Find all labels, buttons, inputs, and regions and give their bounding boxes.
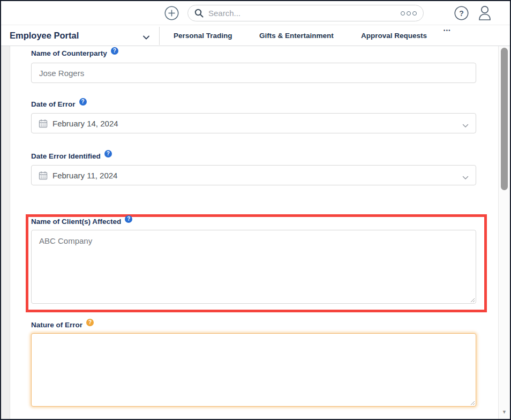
- help-icon[interactable]: ?: [79, 98, 87, 106]
- name-of-clients-affected-textarea[interactable]: ABC Company: [31, 230, 476, 304]
- question-circle-icon: ?: [454, 6, 469, 20]
- scrollbar-down-arrow-icon[interactable]: ▼: [499, 409, 510, 415]
- scrollbar-thumb[interactable]: [501, 48, 508, 190]
- field-label-date-error-identified: Date Error Identified ?: [31, 152, 112, 160]
- field-label-name-of-counterparty: Name of Counterparty ?: [31, 49, 118, 57]
- app-window: ? Employee Portal Personal Trading Gifts…: [0, 0, 511, 420]
- help-icon[interactable]: ?: [111, 47, 118, 55]
- tab-gifts-entertainment[interactable]: Gifts & Entertainment: [259, 26, 334, 46]
- field-label-nature-of-error: Nature of Error ?: [31, 321, 94, 329]
- label-text: Name of Counterparty: [31, 49, 107, 57]
- form-panel: Name of Counterparty ? Date of Error ?: [10, 46, 498, 419]
- help-icon[interactable]: ?: [104, 150, 112, 158]
- tab-approval-requests[interactable]: Approval Requests: [361, 26, 427, 46]
- add-button[interactable]: [164, 6, 179, 20]
- nav-bar: Employee Portal Personal Trading Gifts &…: [1, 26, 510, 46]
- chevron-down-icon: [462, 172, 469, 182]
- label-text: Nature of Error: [31, 321, 82, 329]
- date-error-identified-value: February 11, 2024: [52, 171, 117, 180]
- content-area: Name of Counterparty ? Date of Error ?: [1, 46, 510, 419]
- field-label-date-of-error: Date of Error ?: [31, 100, 87, 108]
- app-switcher[interactable]: Employee Portal: [10, 26, 79, 46]
- help-button[interactable]: ?: [454, 6, 469, 20]
- date-of-error-value: February 14, 2024: [52, 119, 118, 128]
- calendar-icon: [39, 171, 48, 180]
- search-icon: [194, 9, 204, 18]
- help-icon-orange[interactable]: ?: [86, 319, 94, 326]
- plus-circle-icon: [164, 6, 179, 20]
- chevron-down-icon: [462, 121, 469, 130]
- nature-of-error-textarea[interactable]: [31, 333, 476, 407]
- date-error-identified-picker[interactable]: February 11, 2024: [31, 165, 476, 185]
- vertical-scrollbar[interactable]: ▼: [498, 46, 510, 419]
- search-bar[interactable]: [187, 5, 424, 21]
- chevron-down-icon[interactable]: [142, 33, 150, 42]
- search-input[interactable]: [208, 9, 399, 18]
- person-icon: [477, 5, 492, 21]
- label-text: Date Error Identified: [31, 152, 101, 160]
- nav-divider: [159, 27, 160, 45]
- field-label-name-of-clients-affected: Name of Client(s) Affected ?: [31, 218, 132, 226]
- calendar-icon: [39, 119, 48, 128]
- svg-text:?: ?: [459, 9, 464, 18]
- name-of-counterparty-input[interactable]: [31, 63, 476, 83]
- label-text: Name of Client(s) Affected: [31, 218, 121, 226]
- search-options-icon[interactable]: [399, 11, 417, 16]
- top-bar: ?: [1, 1, 510, 25]
- more-tabs-icon[interactable]: •••: [444, 28, 451, 33]
- tab-personal-trading[interactable]: Personal Trading: [174, 26, 232, 46]
- profile-button[interactable]: [477, 5, 492, 21]
- help-icon[interactable]: ?: [125, 215, 132, 223]
- date-of-error-picker[interactable]: February 14, 2024: [31, 113, 476, 133]
- label-text: Date of Error: [31, 100, 76, 108]
